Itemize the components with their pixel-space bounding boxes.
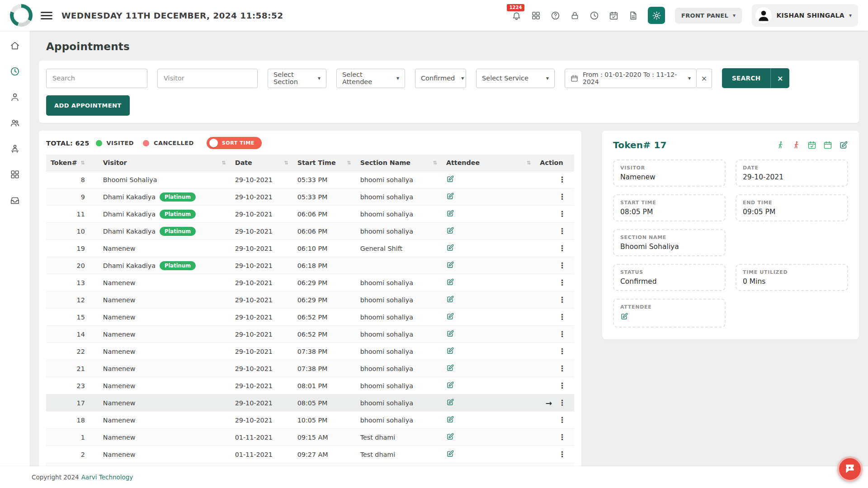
table-row[interactable]: 11 Dhami KakadiyaPlatinum 29-10-2021 06:… [46, 206, 574, 223]
visited-label: VISITED [107, 140, 134, 146]
lock-button[interactable] [570, 11, 580, 20]
edit-attendee-icon[interactable] [446, 226, 454, 235]
status-select[interactable]: Confirmed ▾ [415, 69, 466, 88]
table-row[interactable]: 9 Dhami KakadiyaPlatinum 29-10-2021 05:3… [46, 188, 574, 206]
edit-attendee-icon[interactable] [446, 175, 454, 183]
row-menu-icon[interactable]: ⋮ [558, 210, 566, 218]
sidebar-item-messages[interactable] [7, 192, 23, 208]
table-row[interactable]: 10 Dhami KakadiyaPlatinum 29-10-2021 06:… [46, 223, 574, 240]
calendar-check-button[interactable] [609, 11, 618, 20]
report-button[interactable] [628, 11, 638, 20]
sort-time-toggle[interactable]: SORT TIME [207, 137, 262, 149]
edit-attendee-icon[interactable] [446, 364, 454, 372]
table-row[interactable]: 13 Namenew 29-10-2021 06:29 PM bhoomi so… [46, 274, 574, 291]
table-row[interactable]: 20 Dhami KakadiyaPlatinum 29-10-2021 06:… [46, 257, 574, 274]
sort-icon[interactable]: ⇅ [222, 160, 226, 166]
user-menu[interactable]: KISHAN SHINGALA ▾ [752, 4, 858, 27]
table-row[interactable]: 14 Namenew 29-10-2021 06:52 PM bhoomi so… [46, 326, 574, 343]
sidebar-item-attendees[interactable] [7, 115, 23, 131]
table-row[interactable]: 1 Namenew 01-11-2021 09:15 AM Test dhami… [46, 429, 574, 446]
visitor-name: Namenew [103, 399, 136, 407]
sort-icon[interactable]: ⇅ [81, 160, 85, 166]
row-menu-icon[interactable]: ⋮ [558, 365, 566, 372]
chevron-down-icon: ▾ [546, 75, 549, 81]
row-menu-icon[interactable]: ⋮ [558, 279, 566, 286]
row-menu-icon[interactable]: ⋮ [558, 176, 566, 183]
confirm-appointment-icon[interactable] [807, 141, 816, 150]
edit-attendee-icon[interactable] [446, 295, 454, 303]
edit-attendee-icon[interactable] [446, 450, 454, 458]
add-appointment-button[interactable]: ADD APPOINTMENT [46, 95, 130, 116]
edit-attendee-icon[interactable] [446, 329, 454, 338]
edit-attendee-icon[interactable] [446, 278, 454, 286]
table-row[interactable]: 12 Namenew 29-10-2021 06:29 PM bhoomi so… [46, 291, 574, 309]
table-row[interactable]: 17 Namenew 29-10-2021 08:05 PM bhoomi so… [46, 394, 574, 412]
date-range-picker[interactable]: From : 01-01-2020 To : 11-12-2024 ▾ [565, 69, 697, 88]
edit-attendee-icon[interactable] [446, 209, 454, 217]
table-row[interactable]: 23 Namenew 29-10-2021 08:01 PM bhoomi so… [46, 377, 574, 394]
edit-attendee-icon[interactable] [446, 398, 454, 406]
sort-icon[interactable]: ⇅ [527, 160, 531, 166]
edit-attendee-icon[interactable] [446, 261, 454, 269]
row-menu-icon[interactable]: ⋮ [558, 433, 566, 441]
sidebar-item-services[interactable] [7, 167, 23, 182]
edit-attendee-icon[interactable] [446, 312, 454, 320]
table-row[interactable]: 21 Namenew 29-10-2021 07:38 PM bhoomi so… [46, 360, 574, 377]
row-menu-icon[interactable]: ⋮ [558, 296, 566, 304]
sort-icon[interactable]: ⇅ [347, 160, 351, 166]
row-menu-icon[interactable]: ⋮ [558, 227, 566, 235]
row-menu-icon[interactable]: ⋮ [558, 330, 566, 338]
section-select[interactable]: Select Section ▾ [268, 69, 326, 88]
sidebar-item-visitors[interactable] [7, 89, 23, 105]
row-menu-icon[interactable]: ⋮ [558, 244, 566, 252]
front-panel-dropdown[interactable]: FRONT PANEL ▾ [675, 8, 742, 23]
row-menu-icon[interactable]: ⋮ [558, 416, 566, 424]
edit-attendee-icon[interactable] [446, 244, 454, 252]
company-link[interactable]: Aarvi Technology [81, 474, 133, 481]
clear-search-button[interactable]: × [770, 68, 789, 88]
table-row[interactable]: 19 Namenew 29-10-2021 06:10 PM General S… [46, 240, 574, 257]
row-menu-icon[interactable]: ⋮ [558, 193, 566, 201]
notifications-button[interactable]: 1224 [512, 11, 521, 20]
walk-out-icon[interactable] [792, 141, 801, 150]
start-time: 12:40 PM [293, 463, 356, 467]
search-input[interactable] [46, 69, 147, 88]
table-row[interactable]: 2 Namenew 01-11-2021 09:27 AM Test dhami… [46, 446, 574, 463]
table-row[interactable]: 8 Bhoomi Sohaliya 29-10-2021 05:33 PM bh… [46, 171, 574, 188]
attendee-select[interactable]: Select Attendee ▾ [336, 69, 405, 88]
row-menu-icon[interactable]: ⋮ [558, 399, 566, 407]
row-menu-icon[interactable]: ⋮ [558, 450, 566, 458]
row-menu-icon[interactable]: ⋮ [558, 347, 566, 355]
sidebar-item-sections[interactable] [7, 141, 23, 156]
edit-attendee-icon[interactable] [446, 381, 454, 389]
visitor-input[interactable] [157, 69, 258, 88]
history-button[interactable] [590, 11, 599, 20]
search-button[interactable]: SEARCH [722, 68, 770, 88]
row-menu-icon[interactable]: ⋮ [558, 313, 566, 321]
sort-icon[interactable]: ⇅ [284, 160, 288, 166]
apps-grid-button[interactable] [531, 11, 541, 20]
edit-attendee-icon[interactable] [446, 432, 454, 441]
edit-attendee-icon[interactable] [446, 415, 454, 423]
edit-attendee-icon[interactable] [620, 312, 628, 320]
edit-attendee-icon[interactable] [446, 192, 454, 200]
table-row[interactable]: 3 Vishnu 01-11-2021 12:40 PM General Shi… [46, 463, 574, 467]
table-row[interactable]: 22 Namenew 29-10-2021 07:38 PM bhoomi so… [46, 343, 574, 360]
table-row[interactable]: 18 Namenew 29-10-2021 10:05 PM bhoomi so… [46, 412, 574, 429]
service-select[interactable]: Select Service ▾ [476, 69, 555, 88]
sidebar-item-home[interactable] [7, 38, 23, 53]
row-menu-icon[interactable]: ⋮ [558, 262, 566, 269]
settings-button[interactable] [648, 7, 665, 24]
edit-attendee-icon[interactable] [446, 347, 454, 355]
row-menu-icon[interactable]: ⋮ [558, 382, 566, 389]
table-row[interactable]: 15 Namenew 29-10-2021 06:52 PM bhoomi so… [46, 309, 574, 326]
edit-appointment-icon[interactable] [839, 141, 848, 150]
help-button[interactable] [551, 11, 560, 20]
sort-icon[interactable]: ⇅ [433, 160, 437, 166]
reschedule-icon[interactable] [823, 141, 832, 150]
sidebar-item-appointments[interactable] [7, 64, 23, 79]
walk-in-icon[interactable] [776, 141, 785, 150]
chat-widget-button[interactable]: ••• [837, 456, 863, 482]
menu-toggle-icon[interactable] [41, 10, 52, 21]
clear-date-button[interactable]: × [697, 69, 712, 88]
